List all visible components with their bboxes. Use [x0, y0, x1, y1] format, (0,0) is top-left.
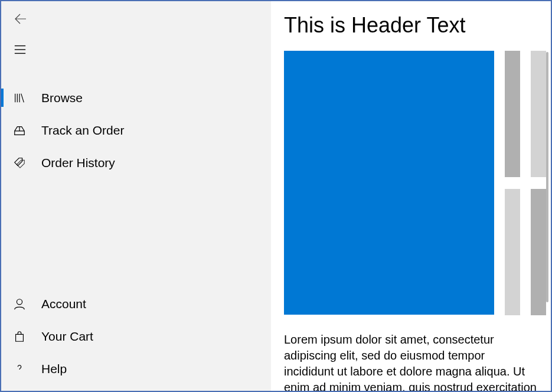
tags-icon	[12, 155, 27, 171]
package-track-icon	[12, 123, 27, 138]
sidebar-item-cart[interactable]: Your Cart	[1, 320, 271, 352]
hamburger-icon	[14, 43, 27, 58]
sidebar-item-track-order[interactable]: Track an Order	[1, 114, 271, 146]
sidebar-item-label: Track an Order	[41, 123, 124, 138]
sidebar-item-help[interactable]: Help	[1, 352, 271, 385]
main-content: This is Header Text Lorem ipsum dolor si…	[271, 1, 551, 391]
sidebar-item-order-history[interactable]: Order History	[1, 146, 271, 179]
sidebar-item-label: Help	[41, 362, 67, 376]
sidebar-item-label: Your Cart	[41, 329, 93, 344]
person-icon	[12, 296, 27, 312]
back-arrow-icon	[13, 12, 27, 28]
scrollbar[interactable]	[546, 52, 548, 302]
side-tiles	[505, 51, 546, 315]
page-header: This is Header Text	[284, 13, 538, 38]
tile-2b[interactable]	[531, 189, 546, 315]
sidebar: Browse Track an Order Order History Acco…	[1, 1, 271, 391]
tile-pair-2	[505, 189, 546, 315]
back-button[interactable]	[6, 6, 34, 34]
nav-bottom: Account Your Cart Help	[1, 288, 271, 385]
hamburger-button[interactable]	[6, 37, 34, 65]
help-icon	[12, 361, 27, 377]
tile-pair-1	[505, 51, 546, 177]
library-icon	[12, 90, 27, 106]
sidebar-item-label: Order History	[41, 156, 115, 170]
hero-tile[interactable]	[284, 51, 494, 315]
tile-1a[interactable]	[505, 51, 520, 177]
nav-top: Browse Track an Order Order History	[1, 81, 271, 179]
svg-point-3	[17, 299, 22, 304]
sidebar-item-browse[interactable]: Browse	[1, 81, 271, 114]
sidebar-item-label: Account	[41, 297, 86, 311]
sidebar-item-account[interactable]: Account	[1, 288, 271, 320]
shopping-bag-icon	[12, 329, 27, 344]
content-row	[284, 51, 538, 315]
sidebar-item-label: Browse	[41, 91, 83, 105]
tile-1b[interactable]	[531, 51, 546, 177]
body-text: Lorem ipsum dolor sit amet, consectetur …	[284, 332, 538, 391]
tile-2a[interactable]	[505, 189, 520, 315]
